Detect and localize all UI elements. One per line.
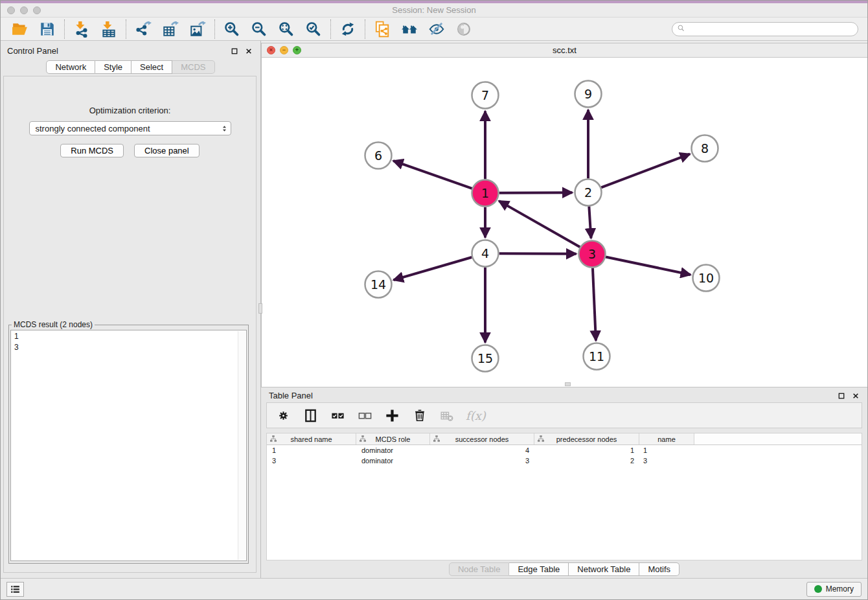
zoom-out-icon[interactable]	[251, 21, 268, 38]
search-box[interactable]	[672, 22, 858, 36]
birdseye-view-icon[interactable]	[455, 21, 472, 38]
close-panel-icon[interactable]	[245, 47, 253, 55]
window-controls	[7, 6, 41, 14]
header-filler	[694, 433, 862, 444]
close-panel-button[interactable]: Close panel	[134, 144, 200, 157]
import-network-icon[interactable]	[73, 21, 90, 38]
result-scrollbar[interactable]	[238, 331, 246, 560]
table-panel: Table Panel f(x) shared nameMCDS rolesuc…	[261, 387, 867, 578]
tab-select[interactable]: Select	[131, 60, 172, 74]
table-row-1[interactable]: 1dominator411	[267, 445, 862, 456]
cell-predecessor-nodes: 1	[534, 446, 639, 454]
column-header-shared-name[interactable]: shared name	[267, 433, 356, 444]
column-header-MCDS-role[interactable]: MCDS role	[356, 433, 430, 444]
zoom-in-icon[interactable]	[223, 21, 240, 38]
search-icon	[677, 23, 685, 35]
tab-edge-table[interactable]: Edge Table	[509, 562, 569, 576]
node-table: shared nameMCDS rolesuccessor nodesprede…	[266, 433, 862, 560]
mcds-result-text[interactable]: 1 3	[10, 330, 247, 561]
memory-label: Memory	[826, 584, 854, 594]
edge-3-11[interactable]	[593, 268, 596, 340]
network-canvas[interactable]: 1234678910111415	[262, 58, 867, 387]
tab-network-table[interactable]: Network Table	[569, 562, 639, 576]
open-session-icon[interactable]	[12, 21, 29, 38]
edge-3-1[interactable]	[499, 201, 580, 247]
show-column-panel-icon[interactable]	[303, 408, 319, 424]
svg-text:10: 10	[698, 271, 714, 285]
tab-style[interactable]: Style	[95, 60, 131, 74]
edge-2-3[interactable]	[589, 206, 591, 238]
edge-1-6[interactable]	[393, 161, 472, 189]
task-history-button[interactable]	[6, 582, 24, 597]
show-graphics-details-icon[interactable]	[428, 21, 445, 38]
network-minimize-button[interactable]: −	[280, 46, 288, 54]
save-session-icon[interactable]	[39, 21, 56, 38]
settings-gear-icon[interactable]	[275, 408, 291, 424]
add-column-icon[interactable]	[384, 408, 400, 424]
graph-node-2[interactable]: 2	[575, 179, 602, 206]
float-panel-icon[interactable]	[838, 392, 845, 400]
cell-shared-name: 1	[267, 446, 356, 454]
export-image-icon[interactable]	[189, 21, 206, 38]
zoom-selected-icon[interactable]	[305, 21, 322, 38]
network-maximize-button[interactable]: +	[293, 46, 301, 54]
status-bar: Memory	[1, 578, 867, 599]
home-icon[interactable]	[401, 21, 418, 38]
graph-node-10[interactable]: 10	[693, 265, 720, 292]
import-table-icon[interactable]	[100, 21, 117, 38]
edge-1-2[interactable]	[499, 192, 572, 193]
select-all-rows-icon[interactable]	[330, 408, 346, 424]
graph-node-14[interactable]: 14	[365, 271, 392, 298]
network-close-button[interactable]: ×	[267, 46, 275, 54]
cell-name: 3	[639, 457, 694, 465]
table-row-3[interactable]: 3dominator323	[267, 456, 862, 466]
cell-MCDS-role: dominator	[356, 457, 430, 465]
tab-mcds[interactable]: MCDS	[172, 60, 214, 74]
graph-node-1[interactable]: 1	[472, 180, 499, 207]
run-mcds-button[interactable]: Run MCDS	[60, 144, 124, 157]
graph-node-15[interactable]: 15	[472, 345, 499, 372]
close-panel-icon[interactable]	[852, 392, 860, 400]
horizontal-splitter-grip[interactable]	[565, 382, 571, 386]
minimize-window-button[interactable]	[20, 6, 28, 14]
column-header-name[interactable]: name	[639, 433, 694, 444]
optimization-criterion-label: Optimization criterion:	[4, 106, 256, 115]
export-network-icon[interactable]	[135, 21, 152, 38]
graph-node-8[interactable]: 8	[692, 135, 718, 162]
tab-motifs[interactable]: Motifs	[639, 562, 680, 576]
column-header-successor-nodes[interactable]: successor nodes	[430, 433, 534, 444]
criterion-dropdown-value: strongly connected component	[36, 124, 150, 133]
tab-network[interactable]: Network	[46, 60, 95, 74]
export-table-icon[interactable]	[162, 21, 179, 38]
clone-network-icon[interactable]	[374, 21, 391, 38]
graph-node-9[interactable]: 9	[575, 81, 602, 108]
svg-text:15: 15	[477, 351, 493, 365]
criterion-dropdown[interactable]: strongly connected component	[29, 121, 231, 135]
cell-MCDS-role: dominator	[356, 446, 430, 454]
zoom-window-button[interactable]	[33, 6, 41, 14]
delete-table-icon	[439, 408, 455, 424]
graph-node-7[interactable]: 7	[472, 82, 499, 109]
delete-column-icon[interactable]	[411, 408, 428, 424]
edge-4-14[interactable]	[394, 257, 472, 280]
graph-node-3[interactable]: 3	[579, 241, 606, 268]
deselect-all-rows-icon[interactable]	[357, 408, 373, 424]
search-input[interactable]	[687, 25, 853, 34]
graph-node-6[interactable]: 6	[365, 143, 392, 169]
column-header-predecessor-nodes[interactable]: predecessor nodes	[534, 433, 639, 444]
edge-2-8[interactable]	[601, 154, 690, 188]
svg-text:11: 11	[589, 349, 604, 363]
zoom-fit-icon[interactable]	[278, 21, 295, 38]
edge-4-3[interactable]	[499, 253, 576, 254]
column-type-icon	[269, 435, 277, 444]
float-panel-icon[interactable]	[231, 47, 238, 55]
memory-button[interactable]: Memory	[806, 582, 862, 597]
apply-layout-icon[interactable]	[339, 21, 356, 38]
graph-node-11[interactable]: 11	[584, 343, 610, 370]
panel-splitter-grip[interactable]	[258, 303, 262, 314]
edge-3-10[interactable]	[606, 257, 691, 275]
graph-node-4[interactable]: 4	[472, 240, 499, 267]
close-window-button[interactable]	[7, 6, 15, 14]
tab-node-table[interactable]: Node Table	[449, 562, 510, 576]
network-window-titlebar: × − + scc.txt	[262, 43, 867, 58]
